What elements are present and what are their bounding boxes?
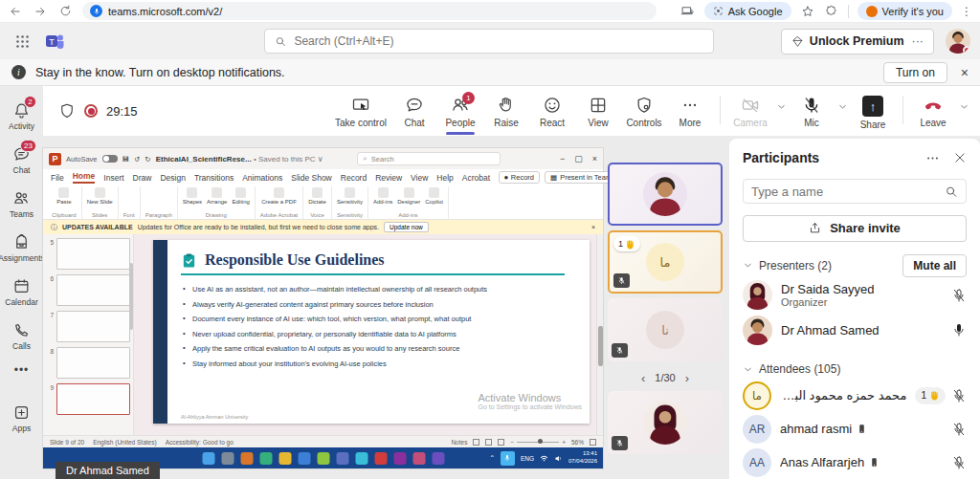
screenshare-powerpoint-window[interactable]: P AutoSave 💾︎ ↺ ↻ EthicalAI_ScientificRe… xyxy=(43,148,603,468)
start-icon[interactable] xyxy=(202,452,214,465)
taskbar-app-icon[interactable] xyxy=(355,452,368,465)
save-icon[interactable]: 💾︎ xyxy=(122,155,130,163)
tray-mic-icon[interactable] xyxy=(501,451,515,466)
mute-all-button[interactable]: Mute all xyxy=(902,254,967,277)
video-tile[interactable]: نا xyxy=(608,298,723,361)
chat-button[interactable]: Chat xyxy=(392,92,436,128)
slide-thumbnail[interactable]: 8 xyxy=(45,347,130,379)
editing-button[interactable]: Editing xyxy=(232,187,249,206)
turn-on-button[interactable]: Turn on xyxy=(883,62,947,83)
bookmark-star-icon[interactable] xyxy=(800,4,815,19)
sidebar-item-assignments[interactable]: Assignments xyxy=(0,226,43,270)
panel-close-icon[interactable] xyxy=(953,151,967,164)
dictate-button[interactable]: Dictate xyxy=(308,187,326,206)
mic-in-use-icon[interactable] xyxy=(90,5,102,17)
ppt-minimize-icon[interactable]: − xyxy=(560,154,565,163)
taskbar-app-icon[interactable] xyxy=(240,452,253,465)
mic-button[interactable]: Mic xyxy=(790,92,834,128)
tab-view[interactable]: View xyxy=(411,173,428,183)
ppt-search-box[interactable]: ⌕ Search xyxy=(357,152,501,165)
participant-row[interactable]: AR ahmad rasmi xyxy=(743,412,967,446)
sidebar-item-calls[interactable]: Calls xyxy=(0,314,43,358)
ppt-close-icon[interactable]: × xyxy=(592,154,597,163)
sidebar-item-activity[interactable]: Activity 2 xyxy=(0,94,43,138)
share-invite-button[interactable]: Share invite xyxy=(743,215,967,241)
taskbar-app-icon[interactable] xyxy=(259,452,272,465)
save-to-device-icon[interactable] xyxy=(680,4,696,19)
taskbar-app-icon[interactable] xyxy=(298,452,310,465)
accessibility-status[interactable]: Accessibility: Good to go xyxy=(166,439,234,446)
slide-thumbnail[interactable]: 6 xyxy=(45,274,130,306)
video-tile-hand-raised[interactable]: 1 ما xyxy=(608,230,723,294)
normal-view-icon[interactable] xyxy=(473,439,479,446)
slide-number-status[interactable]: Slide 9 of 20 xyxy=(50,439,84,446)
raise-hand-button[interactable]: Raise xyxy=(484,92,528,128)
addins-button[interactable]: Add-ins xyxy=(373,187,392,206)
tab-slideshow[interactable]: Slide Show xyxy=(291,173,332,183)
slide-scrollbar[interactable] xyxy=(596,234,603,435)
browser-menu-icon[interactable]: ⋮ xyxy=(961,6,972,17)
mic-on-icon[interactable] xyxy=(951,322,967,337)
ask-google-button[interactable]: Ask Google xyxy=(704,2,791,20)
taskbar-app-icon[interactable] xyxy=(278,452,291,465)
taskbar-app-icon[interactable] xyxy=(374,452,387,465)
sensitivity-button[interactable]: Sensitivity xyxy=(337,187,363,206)
premium-more-icon[interactable]: ··· xyxy=(912,34,924,48)
panel-more-icon[interactable] xyxy=(925,151,940,165)
shapes-button[interactable]: Shapes xyxy=(183,187,202,206)
paste-button[interactable]: Paste xyxy=(56,187,71,206)
undo-icon[interactable]: ↺ xyxy=(134,155,140,163)
controls-button[interactable]: Controls xyxy=(622,92,666,128)
language-status[interactable]: English (United States) xyxy=(93,439,156,446)
participant-row[interactable]: ما محمد حمزه محمود البربراوي 1 xyxy=(743,380,967,413)
tray-clock[interactable]: 13:41 07/04/2026 xyxy=(568,450,597,466)
tab-animations[interactable]: Animations xyxy=(242,173,282,183)
taskbar-app-icon[interactable] xyxy=(336,452,348,465)
fit-slide-icon[interactable] xyxy=(590,439,596,446)
update-close-icon[interactable]: × xyxy=(591,224,595,230)
taskbar-app-icon[interactable] xyxy=(221,452,234,465)
mic-off-icon[interactable] xyxy=(951,288,967,303)
tab-help[interactable]: Help xyxy=(436,173,453,183)
security-shield-icon[interactable] xyxy=(58,102,76,120)
tab-home[interactable]: Home xyxy=(73,171,96,184)
camera-button[interactable]: Camera xyxy=(728,92,772,128)
ppt-record-button[interactable]: ⏺ Record xyxy=(499,171,540,184)
language-indicator[interactable]: ENG xyxy=(521,455,534,462)
tab-acrobat[interactable]: Acrobat xyxy=(462,173,490,183)
verify-profile-button[interactable]: Verify it's you xyxy=(858,2,952,20)
leave-options-chevron[interactable] xyxy=(957,92,970,112)
volume-icon[interactable] xyxy=(554,454,563,463)
zoom-percent[interactable]: 56% xyxy=(571,439,584,446)
sidebar-item-apps[interactable]: Apps xyxy=(0,396,43,440)
more-button[interactable]: More xyxy=(668,92,712,128)
user-avatar[interactable] xyxy=(946,29,970,54)
participant-row[interactable]: AA Anas Alfararjeh xyxy=(743,446,967,479)
taskbar-app-icon[interactable] xyxy=(317,452,329,465)
redo-icon[interactable]: ↻ xyxy=(145,155,150,163)
participant-row[interactable]: Dr Saida Sayyed Organizer xyxy=(743,277,967,314)
people-button[interactable]: 1 People xyxy=(438,92,482,128)
update-link[interactable]: Updates for Office are ready to be insta… xyxy=(138,224,379,230)
designer-button[interactable]: Designer xyxy=(397,187,420,206)
react-button[interactable]: React xyxy=(530,92,574,128)
attendees-section-header[interactable]: Attendees (105) xyxy=(743,359,967,380)
back-icon[interactable] xyxy=(8,4,23,19)
ppt-restore-icon[interactable]: ▢ xyxy=(574,154,583,163)
autosave-toggle[interactable] xyxy=(102,155,118,163)
slide-sorter-icon[interactable] xyxy=(485,439,492,446)
camera-options-chevron[interactable] xyxy=(774,92,788,112)
tab-record[interactable]: Record xyxy=(341,173,367,183)
slide-thumbnail-selected[interactable]: 9 xyxy=(45,383,130,415)
extensions-icon[interactable] xyxy=(824,4,839,19)
tab-insert[interactable]: Insert xyxy=(103,173,123,183)
banner-close-icon[interactable]: × xyxy=(961,66,969,79)
notes-button[interactable]: Notes xyxy=(451,439,467,446)
presenters-section-header[interactable]: Presenters (2) Mute all xyxy=(743,254,967,277)
unlock-premium-button[interactable]: Unlock Premium ··· xyxy=(781,29,934,54)
slide-thumbnail[interactable]: 5 xyxy=(45,238,130,270)
sidebar-item-teams[interactable]: Teams xyxy=(0,182,43,226)
sidebar-item-calendar[interactable]: Calendar xyxy=(0,270,43,314)
next-page-icon[interactable]: › xyxy=(685,371,689,385)
teams-search-input[interactable] xyxy=(294,34,703,48)
